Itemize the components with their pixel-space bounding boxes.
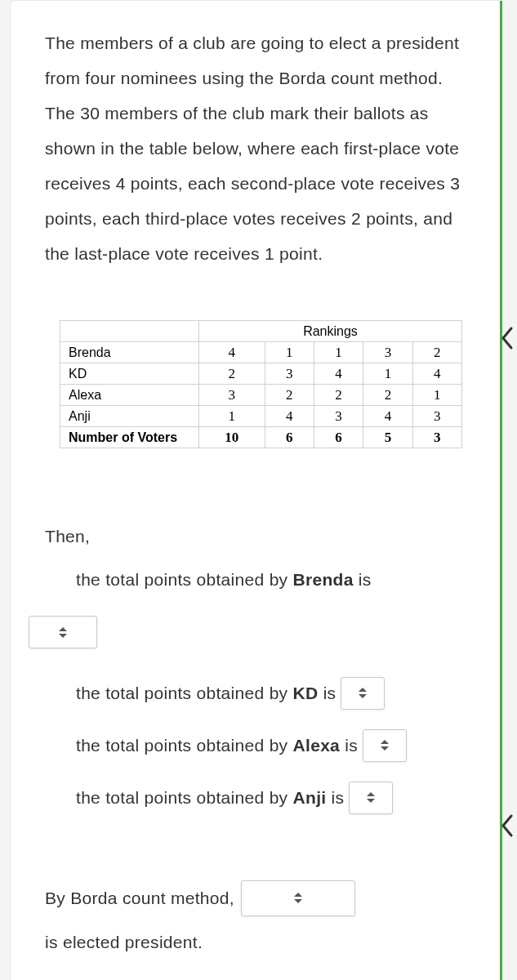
alexa-select[interactable]: [363, 729, 407, 762]
chevron-left-icon: [500, 326, 515, 350]
sort-icon: [367, 792, 375, 803]
kd-name: KD: [293, 684, 319, 702]
anji-name: Anji: [293, 788, 327, 807]
row-label: Brenda: [60, 342, 199, 363]
question-intro: The members of a club are going to elect…: [45, 25, 477, 271]
anji-select[interactable]: [349, 782, 393, 814]
table-row: KD23414: [60, 363, 462, 385]
sort-icon: [294, 893, 302, 903]
final-pre: By Borda count method,: [45, 880, 234, 917]
kd-select[interactable]: [341, 677, 385, 710]
row-label: Number of Voters: [60, 427, 199, 448]
cell: 1: [314, 342, 363, 363]
cell: 2: [199, 363, 265, 385]
anji-line: the total points obtained by Anji is: [76, 773, 477, 822]
alexa-name: Alexa: [293, 736, 341, 755]
sort-icon: [359, 688, 367, 698]
prev-arrow-button[interactable]: [498, 323, 516, 352]
row-label: KD: [60, 363, 199, 385]
next-arrow-button[interactable]: [498, 811, 516, 840]
rankings-header: Rankings: [199, 321, 462, 342]
cell: 4: [412, 363, 461, 385]
cell: 3: [199, 385, 265, 406]
sort-icon: [59, 627, 67, 638]
cell: 2: [412, 342, 461, 363]
table-row: Number of Voters106653: [60, 427, 462, 448]
final-post: is elected president.: [45, 924, 203, 961]
rankings-table-wrap: Rankings Brenda41132KD23414Alexa32221Anj…: [60, 320, 462, 448]
chevron-left-icon: [500, 813, 515, 838]
table-row: Anji14343: [60, 406, 462, 427]
then-section: Then, the total points obtained by Brend…: [45, 518, 477, 822]
then-label: Then,: [45, 518, 477, 555]
table-row: Alexa32221: [60, 385, 462, 406]
cell: 3: [412, 406, 461, 427]
row-label: Alexa: [60, 385, 199, 406]
brenda-line: the total points obtained by Brenda is: [76, 556, 372, 605]
cell: 1: [412, 385, 461, 406]
table-corner: [60, 321, 199, 342]
table-header-row: Rankings: [60, 321, 462, 342]
cell: 6: [314, 427, 363, 448]
winner-select[interactable]: [241, 880, 355, 916]
cell: 2: [314, 385, 363, 406]
cell: 10: [199, 427, 265, 448]
rankings-table: Rankings Brenda41132KD23414Alexa32221Anj…: [60, 320, 462, 448]
cell: 3: [363, 342, 412, 363]
cell: 4: [199, 342, 265, 363]
final-line: By Borda count method, is elected presid…: [45, 880, 477, 961]
cell: 2: [363, 385, 412, 406]
row-label: Anji: [60, 406, 199, 427]
sort-icon: [381, 740, 389, 751]
question-card: The members of a club are going to elect…: [10, 0, 502, 980]
kd-line: the total points obtained by KD is: [76, 669, 477, 718]
brenda-select[interactable]: [29, 616, 97, 648]
cell: 6: [265, 427, 314, 448]
brenda-name: Brenda: [293, 570, 354, 589]
table-row: Brenda41132: [60, 342, 462, 363]
cell: 3: [265, 363, 314, 385]
cell: 1: [265, 342, 314, 363]
cell: 5: [363, 427, 412, 448]
cell: 1: [363, 363, 412, 385]
cell: 3: [314, 406, 363, 427]
cell: 1: [199, 406, 265, 427]
cell: 2: [265, 385, 314, 406]
cell: 4: [314, 363, 363, 385]
cell: 4: [265, 406, 314, 427]
cell: 3: [412, 427, 461, 448]
alexa-line: the total points obtained by Alexa is: [76, 721, 477, 770]
cell: 4: [363, 406, 412, 427]
